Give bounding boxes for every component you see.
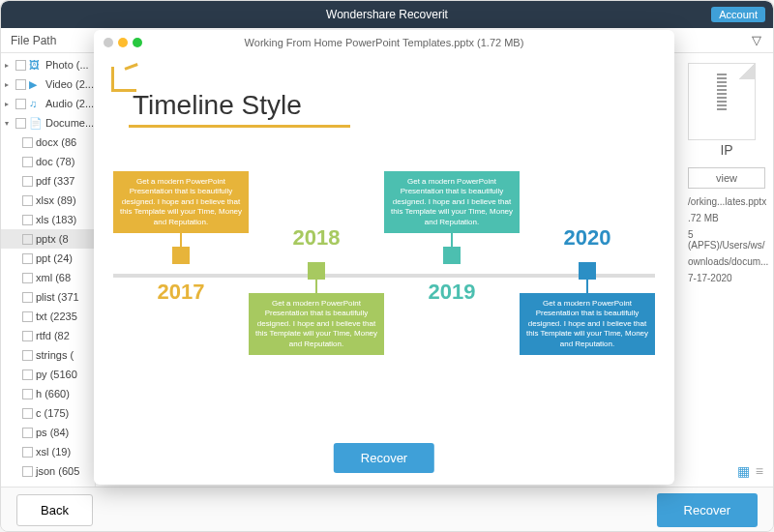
sidebar-item[interactable]: c (175) <box>1 403 95 423</box>
meta-date: 7-17-2020 <box>688 273 765 283</box>
sidebar-item[interactable]: xml (68 <box>1 268 95 287</box>
timeline-box: Get a modern PowerPoint Presentation tha… <box>113 171 249 233</box>
meta-filename: /orking...lates.pptx <box>688 196 765 207</box>
thumb-label: IP <box>688 142 765 158</box>
sidebar-item[interactable]: strings ( <box>1 345 95 365</box>
meta-size: .72 MB <box>688 213 765 223</box>
filter-icon[interactable]: ▽ <box>752 33 761 47</box>
titlebar: Wondershare Recoverit Account <box>1 1 773 28</box>
sidebar-category[interactable]: ▾📄Docume... <box>1 113 95 133</box>
details-panel: IP view /orking...lates.pptx .72 MB 5 (A… <box>688 63 765 289</box>
sidebar-category[interactable]: ▸🖼Photo (... <box>1 55 95 74</box>
preview-recover-button[interactable]: Recover <box>334 443 434 473</box>
list-view-icon[interactable]: ≡ <box>756 463 763 479</box>
sidebar-item[interactable]: xls (183) <box>1 210 95 229</box>
sidebar: ▸🖼Photo (...▸▶Video (2...▸♫Audio (2...▾📄… <box>1 53 96 487</box>
slide-preview: Timeline Style Get a modern PowerPoint P… <box>94 55 674 442</box>
view-toggle[interactable]: ▦ ≡ <box>737 463 763 479</box>
sidebar-item[interactable]: pptx (8 <box>1 229 95 249</box>
sidebar-item[interactable]: py (5160 <box>1 365 95 384</box>
timeline-item-2018: 2018 Get a modern PowerPoint Presentatio… <box>249 225 384 355</box>
recover-button[interactable]: Recover <box>657 493 758 527</box>
account-button[interactable]: Account <box>711 7 765 22</box>
preview-button[interactable]: view <box>688 167 765 189</box>
preview-filename: Working From Home PowerPoint Templates.p… <box>245 37 524 48</box>
sidebar-item[interactable]: h (660) <box>1 384 95 403</box>
preview-modal: Working From Home PowerPoint Templates.p… <box>94 30 674 485</box>
file-path-label: File Path <box>11 34 56 47</box>
timeline-year: 2018 <box>249 225 384 251</box>
preview-titlebar: Working From Home PowerPoint Templates.p… <box>94 30 674 55</box>
timeline-box: Get a modern PowerPoint Presentation tha… <box>384 171 520 233</box>
timeline-box: Get a modern PowerPoint Presentation tha… <box>249 293 384 355</box>
sidebar-item[interactable]: pdf (337 <box>1 171 95 191</box>
window-controls[interactable] <box>104 38 142 47</box>
timeline-box: Get a modern PowerPoint Presentation tha… <box>520 293 655 355</box>
sidebar-item[interactable]: json (605 <box>1 461 95 481</box>
footer: Back Recover <box>1 487 773 532</box>
slide-title: Timeline Style <box>129 90 350 128</box>
timeline-year: 2020 <box>520 225 655 251</box>
app-title: Wondershare Recoverit <box>326 8 448 21</box>
timeline-item-2017: Get a modern PowerPoint Presentation tha… <box>113 171 249 305</box>
timeline-year: 2019 <box>384 280 520 305</box>
sidebar-item[interactable]: xlsx (89) <box>1 191 95 210</box>
sidebar-item[interactable]: xsl (19) <box>1 442 95 461</box>
sidebar-item[interactable]: ppt (24) <box>1 249 95 268</box>
back-button[interactable]: Back <box>16 494 93 526</box>
sidebar-item[interactable]: docx (86 <box>1 133 95 152</box>
file-thumbnail <box>688 63 756 140</box>
sidebar-category[interactable]: ▸▶Video (2... <box>1 74 95 94</box>
grid-view-icon[interactable]: ▦ <box>737 463 750 479</box>
meta-path2: ownloads/docum... <box>688 256 765 267</box>
meta-path: 5 (APFS)/Users/ws/ <box>688 229 765 251</box>
sidebar-item[interactable]: rtfd (82 <box>1 326 95 345</box>
timeline-item-2020: 2020 Get a modern PowerPoint Presentatio… <box>520 225 655 355</box>
slide-logo-icon <box>111 67 136 92</box>
sidebar-item[interactable]: txt (2235 <box>1 307 95 326</box>
sidebar-item[interactable]: doc (78) <box>1 152 95 171</box>
sidebar-item[interactable]: plist (371 <box>1 287 95 307</box>
sidebar-item[interactable]: ps (84) <box>1 423 95 442</box>
sidebar-category[interactable]: ▸♫Audio (2... <box>1 94 95 113</box>
timeline-item-2019: Get a modern PowerPoint Presentation tha… <box>384 171 520 305</box>
timeline-year: 2017 <box>113 280 249 305</box>
